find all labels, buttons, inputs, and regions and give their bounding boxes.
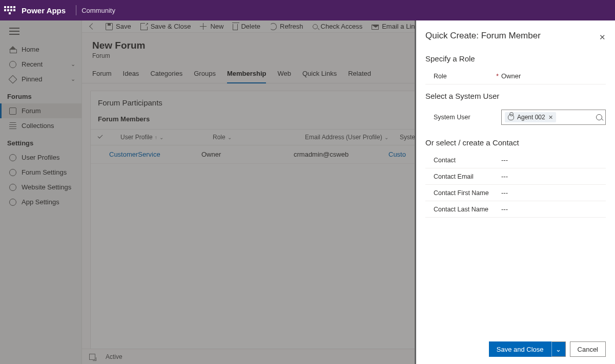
save-and-close-button[interactable]: Save and Close — [489, 341, 551, 357]
section-specify-role: Specify a Role — [425, 54, 606, 63]
field-system-user: System User Agent 002 ✕ — [425, 105, 606, 129]
chip-text: Agent 002 — [517, 114, 545, 121]
field-value: --- — [501, 173, 606, 180]
field-value: --- — [501, 189, 606, 197]
field-value: --- — [501, 205, 606, 213]
panel-title: Quick Create: Forum Member — [425, 31, 606, 41]
section-system-user: Select a System User — [425, 92, 606, 100]
field-label: System User — [425, 114, 496, 121]
field-value: Owner — [501, 72, 606, 80]
brand-label: Power Apps — [22, 6, 66, 15]
close-button[interactable]: ✕ — [599, 33, 606, 42]
panel-footer: Save and Close ⌄ Cancel — [425, 341, 606, 357]
field-label: Contact Email — [425, 173, 496, 180]
search-icon[interactable] — [596, 114, 602, 120]
app-launcher-icon[interactable] — [4, 5, 15, 16]
chip-remove-icon[interactable]: ✕ — [548, 114, 553, 121]
field-contact[interactable]: Contact --- — [425, 152, 606, 168]
cancel-button[interactable]: Cancel — [570, 341, 606, 357]
field-label: Contact First Name — [425, 189, 496, 197]
field-contact-last[interactable]: Contact Last Name --- — [425, 201, 606, 218]
environment-label: Community — [81, 7, 115, 14]
system-user-lookup[interactable]: Agent 002 ✕ — [501, 110, 606, 125]
lookup-chip: Agent 002 ✕ — [505, 112, 556, 122]
field-contact-first[interactable]: Contact First Name --- — [425, 185, 606, 201]
field-value: --- — [501, 156, 606, 164]
field-role[interactable]: Role * Owner — [425, 68, 606, 84]
field-label: Role — [425, 73, 496, 80]
save-dropdown-button[interactable]: ⌄ — [551, 341, 566, 357]
divider — [76, 5, 76, 15]
field-contact-email[interactable]: Contact Email --- — [425, 168, 606, 185]
required-icon: * — [496, 72, 501, 80]
section-contact: Or select / create a Contact — [425, 138, 606, 147]
quick-create-panel: Quick Create: Forum Member ✕ Specify a R… — [415, 20, 615, 364]
global-header: Power Apps Community — [0, 0, 615, 20]
field-label: Contact — [425, 157, 496, 164]
field-label: Contact Last Name — [425, 206, 496, 213]
person-icon — [508, 114, 514, 120]
